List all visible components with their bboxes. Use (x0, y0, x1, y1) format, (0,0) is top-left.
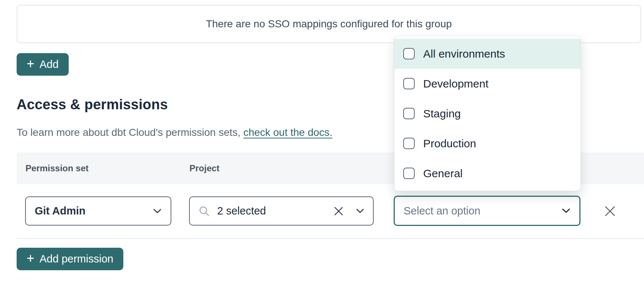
clear-icon[interactable] (334, 206, 343, 216)
project-selected-count: 2 selected (217, 205, 326, 217)
checkbox[interactable] (403, 78, 415, 89)
remove-permission-row-button[interactable] (603, 204, 617, 218)
description-text: To learn more about dbt Cloud's permissi… (17, 127, 243, 138)
column-header-permission-set: Permission set (25, 152, 89, 184)
chevron-down-icon[interactable] (562, 208, 571, 213)
checkbox[interactable] (403, 138, 415, 149)
chevron-down-icon[interactable] (153, 209, 162, 214)
docs-link[interactable]: check out the docs. (243, 127, 332, 138)
access-permissions-description: To learn more about dbt Cloud's permissi… (17, 127, 332, 138)
checkbox[interactable] (403, 168, 415, 179)
column-header-project: Project (189, 152, 219, 184)
menu-item-label: Development (423, 78, 489, 90)
add-sso-mapping-button[interactable]: + Add (17, 53, 69, 76)
project-multiselect[interactable]: 2 selected (189, 196, 374, 226)
access-permissions-heading: Access & permissions (17, 97, 168, 113)
plus-icon: + (27, 252, 34, 265)
permission-set-select[interactable]: Git Admin (25, 196, 171, 226)
chevron-down-icon[interactable] (356, 209, 364, 213)
checkbox[interactable] (403, 48, 415, 59)
group-settings-page: There are no SSO mappings configured for… (0, 0, 644, 285)
menu-item-label: Production (423, 137, 476, 150)
plus-icon: + (27, 57, 34, 71)
close-icon (604, 205, 616, 217)
menu-item-label: Staging (423, 107, 461, 120)
environment-select[interactable]: Select an option (394, 196, 580, 226)
menu-item-development[interactable]: Development (394, 69, 580, 99)
menu-item-all-environments[interactable]: All environments (394, 39, 580, 69)
add-permission-button[interactable]: + Add permission (17, 248, 123, 270)
menu-item-staging[interactable]: Staging (394, 99, 580, 128)
checkbox[interactable] (403, 108, 415, 119)
menu-item-label: All environments (423, 48, 505, 60)
environment-placeholder: Select an option (404, 205, 562, 217)
menu-item-general[interactable]: General (394, 158, 580, 188)
sso-empty-message: There are no SSO mappings configured for… (206, 18, 452, 30)
search-icon (199, 206, 210, 217)
menu-item-production[interactable]: Production (394, 128, 580, 158)
permission-set-value: Git Admin (35, 205, 153, 217)
environment-dropdown-menu: All environments Development Staging Pro… (394, 36, 580, 191)
menu-item-label: General (423, 167, 463, 180)
row-divider (17, 238, 644, 239)
add-permission-label: Add permission (40, 253, 113, 265)
add-button-label: Add (40, 58, 59, 71)
